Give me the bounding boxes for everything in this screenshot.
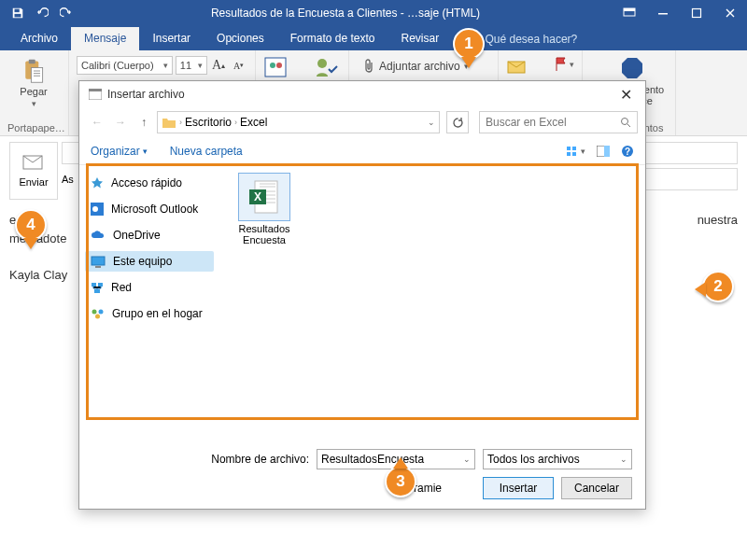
svg-point-29 — [92, 206, 98, 212]
flag-icon — [554, 56, 569, 73]
tab-file[interactable]: Archivo — [7, 27, 71, 50]
refresh-icon[interactable] — [446, 111, 469, 133]
tab-review[interactable]: Revisar — [388, 27, 452, 50]
excel-file-icon: X — [247, 178, 281, 216]
assign-policy-icon[interactable] — [506, 56, 530, 77]
filename-label: Nombre de archivo: — [211, 453, 309, 466]
title-bar: Resultados de la Encuesta a Clientes - …… — [0, 0, 747, 26]
dialog-close-icon[interactable]: ✕ — [614, 86, 638, 104]
callout-2: 2 — [702, 271, 734, 312]
tell-me-label: ¿Qué desea hacer? — [478, 33, 577, 46]
filetype-combo[interactable]: Todos los archivos⌄ — [483, 449, 632, 469]
star-icon — [91, 176, 104, 189]
paperclip-icon — [362, 59, 375, 74]
svg-rect-3 — [624, 8, 635, 11]
chevron-down-icon: ▾ — [32, 99, 36, 108]
search-placeholder: Buscar en Excel — [486, 116, 567, 129]
dialog-footer: Nombre de archivo: ResultadosEncuesta⌄ T… — [79, 440, 645, 509]
check-names-icon[interactable] — [313, 56, 341, 80]
dialog-nav: ← → ↑ › Escritorio › Excel ⌄ Buscar en E… — [79, 107, 645, 137]
tab-message[interactable]: Mensaje — [71, 27, 139, 50]
svg-point-12 — [270, 63, 275, 68]
sidebar-this-pc[interactable]: Este equipo — [85, 251, 214, 272]
sidebar-quick-access[interactable]: Acceso rápido — [85, 173, 214, 193]
file-pane[interactable]: X ResultadosEncuesta — [219, 165, 645, 440]
network-icon — [91, 282, 104, 294]
svg-point-14 — [317, 59, 327, 68]
svg-rect-11 — [265, 58, 286, 77]
clipboard-group: Pegar ▾ Portapape… — [0, 50, 69, 135]
svg-rect-25 — [604, 146, 610, 157]
svg-rect-20 — [567, 147, 571, 150]
paste-button[interactable]: Pegar ▾ — [7, 54, 60, 108]
tab-insert[interactable]: Insertar — [139, 27, 204, 50]
help-icon[interactable]: ? — [621, 145, 634, 158]
follow-up-button[interactable]: ▾ — [554, 56, 574, 73]
shrink-font-icon[interactable]: A▾ — [230, 56, 247, 75]
homegroup-icon — [91, 308, 105, 320]
dialog-toolbar: Organizar ▾ Nueva carpeta ▾ ? — [79, 137, 645, 165]
svg-rect-30 — [92, 257, 105, 265]
cancel-button[interactable]: Cancelar — [561, 477, 632, 499]
tab-format[interactable]: Formato de texto — [277, 27, 388, 50]
file-resultados-encuesta[interactable]: X ResultadosEncuesta — [227, 173, 302, 245]
close-icon[interactable] — [713, 0, 747, 26]
breadcrumb[interactable]: › Escritorio › Excel ⌄ — [157, 111, 440, 133]
tab-options[interactable]: Opciones — [204, 27, 277, 50]
svg-point-19 — [622, 119, 628, 125]
svg-point-13 — [276, 63, 282, 68]
svg-rect-21 — [572, 147, 576, 150]
svg-rect-32 — [92, 283, 96, 287]
send-button[interactable]: Enviar — [9, 142, 58, 200]
minimize-icon[interactable] — [646, 0, 680, 26]
insert-button[interactable]: Insertar — [483, 477, 554, 499]
search-input[interactable]: Buscar en Excel — [479, 111, 638, 133]
save-icon[interactable] — [6, 0, 30, 26]
quick-access-toolbar — [0, 0, 78, 26]
insert-file-dialog: Insertar archivo ✕ ← → ↑ › Escritorio › … — [78, 80, 646, 510]
callout-3: 3 — [385, 460, 416, 501]
svg-rect-31 — [95, 266, 101, 268]
ribbon-options-icon[interactable] — [613, 0, 646, 26]
new-folder-button[interactable]: Nueva carpeta — [170, 145, 243, 158]
sidebar-onedrive[interactable]: OneDrive — [85, 225, 214, 245]
organize-button[interactable]: Organizar ▾ — [91, 145, 148, 158]
svg-text:X: X — [254, 190, 261, 203]
view-options-icon[interactable]: ▾ — [566, 146, 585, 157]
undo-icon[interactable] — [30, 0, 54, 26]
svg-rect-33 — [98, 283, 103, 287]
svg-point-37 — [95, 314, 100, 318]
crumb-excel[interactable]: Excel — [240, 116, 267, 129]
svg-rect-1 — [15, 14, 21, 18]
dialog-titlebar: Insertar archivo ✕ — [79, 81, 645, 107]
svg-rect-18 — [89, 89, 102, 91]
maximize-icon[interactable] — [680, 0, 713, 26]
nav-up-icon[interactable]: ↑ — [134, 112, 154, 133]
crumb-desktop[interactable]: Escritorio — [185, 116, 232, 129]
dialog-icon — [89, 89, 102, 100]
svg-rect-34 — [94, 289, 100, 293]
svg-rect-5 — [693, 9, 701, 18]
window-title: Resultados de la Encuesta a Clientes - …… — [78, 7, 613, 20]
sidebar-homegroup[interactable]: Grupo en el hogar — [85, 303, 214, 324]
paste-label: Pegar — [20, 86, 47, 97]
attach-file-label: Adjuntar archivo — [379, 60, 460, 73]
sidebar-outlook[interactable]: Microsoft Outlook — [85, 199, 214, 219]
envelope-send-icon — [21, 154, 46, 173]
redo-icon[interactable] — [54, 0, 78, 26]
address-book-icon[interactable] — [263, 56, 291, 80]
nav-forward-icon[interactable]: → — [110, 112, 131, 133]
font-name-combo[interactable]: Calibri (Cuerpo)▾ — [77, 56, 173, 75]
svg-rect-9 — [29, 60, 35, 63]
search-icon — [620, 117, 631, 128]
clipboard-group-label: Portapape… — [7, 120, 61, 133]
nav-back-icon[interactable]: ← — [87, 112, 107, 133]
cloud-icon — [91, 230, 106, 241]
callout-4: 4 — [15, 209, 47, 250]
font-size-combo[interactable]: 11▾ — [176, 56, 207, 75]
sidebar-network[interactable]: Red — [85, 277, 214, 298]
svg-point-36 — [99, 309, 104, 314]
svg-rect-0 — [15, 9, 20, 13]
preview-pane-icon[interactable] — [597, 146, 610, 157]
grow-font-icon[interactable]: A▴ — [210, 56, 228, 75]
